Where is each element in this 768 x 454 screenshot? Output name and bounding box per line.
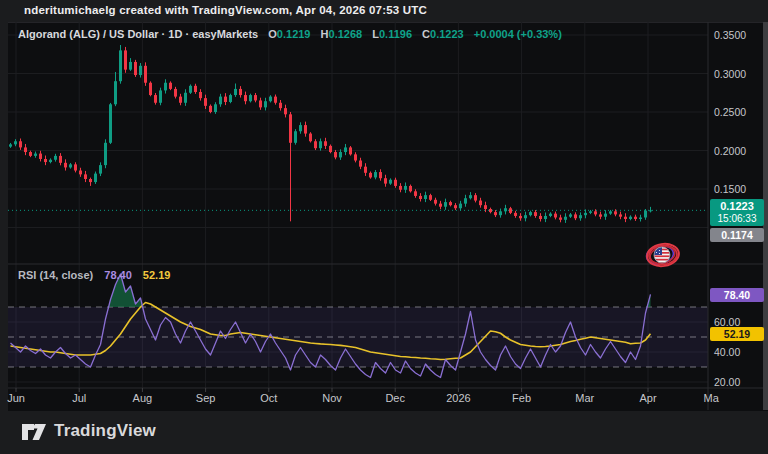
chart-canvas[interactable] [0, 0, 768, 454]
ohlc-low-value: 0.1196 [379, 28, 412, 40]
bar-countdown: 15:06:33 [710, 213, 764, 224]
us-flag-sticker[interactable] [638, 236, 688, 276]
rsi-value-badge: 78.40 [710, 288, 764, 302]
tradingview-screenshot: nderitumichaelg created with TradingView… [0, 0, 768, 454]
ohlc-high-value: 0.1268 [329, 28, 363, 40]
time-tick-label: Sep [196, 392, 216, 404]
price-tick-label: 0.1500 [714, 183, 746, 195]
rsi-value: 78.40 [104, 269, 132, 281]
tradingview-brand-text[interactable]: TradingView [54, 421, 156, 441]
tradingview-logo-icon[interactable] [20, 420, 48, 444]
time-tick-label: 2026 [446, 392, 470, 404]
time-tick-label: Dec [385, 392, 405, 404]
rsi-tick-label: 60.00 [714, 316, 740, 328]
rsi-ma-badge: 52.19 [710, 327, 764, 341]
price-tick-label: 0.2500 [714, 106, 746, 118]
time-tick-label: Ma [704, 392, 719, 404]
rsi-ma-value: 52.19 [143, 269, 171, 281]
time-tick-label: Mar [575, 392, 594, 404]
time-tick-label: Nov [322, 392, 342, 404]
ohlc-close-value: 0.1223 [430, 28, 464, 40]
ohlc-low-label: L [372, 28, 379, 40]
ohlc-open-value: 0.1219 [277, 28, 311, 40]
time-tick-label: Jun [7, 392, 25, 404]
last-price-badge: 0.1223 15:06:33 [710, 199, 764, 226]
time-tick-label: Jul [72, 392, 86, 404]
rsi-tick-label: 20.00 [714, 376, 740, 388]
price-tick-label: 0.3000 [714, 68, 746, 80]
time-tick-label: Feb [512, 392, 531, 404]
time-tick-label: Apr [639, 392, 656, 404]
ohlc-open-label: O [268, 28, 277, 40]
prev-close-badge: 0.1174 [710, 228, 764, 242]
rsi-legend[interactable]: RSI (14, close) 78.40 52.19 [18, 269, 170, 281]
ohlc-high-label: H [321, 28, 329, 40]
symbol-legend[interactable]: Algorand (ALG) / US Dollar · 1D · easyMa… [18, 28, 562, 40]
time-tick-label: Oct [260, 392, 277, 404]
rsi-tick-label: 40.00 [714, 346, 740, 358]
price-tick-label: 0.3500 [714, 29, 746, 41]
rsi-label: RSI (14, close) [18, 269, 93, 281]
last-price-value: 0.1223 [710, 200, 764, 213]
time-tick-label: Aug [133, 392, 153, 404]
footer-bar: TradingView [0, 410, 768, 454]
ohlc-close-label: C [422, 28, 430, 40]
price-tick-label: 0.2000 [714, 145, 746, 157]
change-value: +0.0004 (+0.33%) [474, 28, 562, 40]
symbol-title: Algorand (ALG) / US Dollar · 1D · easyMa… [18, 28, 258, 40]
